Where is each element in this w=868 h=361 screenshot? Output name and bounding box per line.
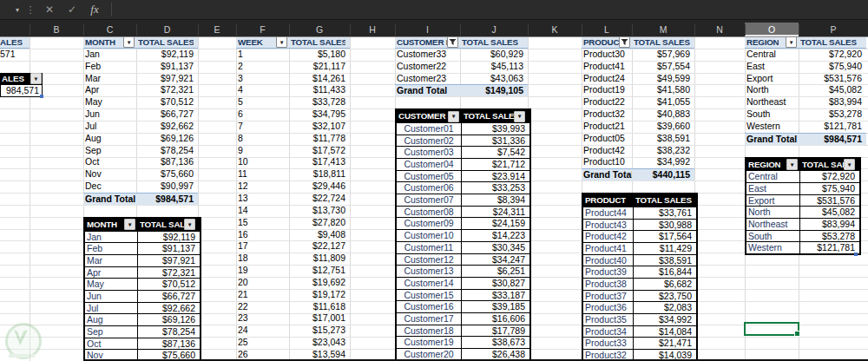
label-cell[interactable]: Feb: [85, 243, 138, 254]
label-cell[interactable]: Export: [745, 73, 799, 85]
dropdown-icon[interactable]: ▾: [786, 36, 797, 48]
label-cell[interactable]: 2: [236, 61, 289, 73]
value-cell[interactable]: TOTAL SALES: [632, 36, 694, 49]
column-header-g[interactable]: G: [289, 23, 350, 36]
label-cell[interactable]: Grand Total: [395, 84, 460, 96]
label-cell[interactable]: 5: [236, 96, 289, 108]
value-cell[interactable]: $6,251: [462, 266, 529, 277]
value-cell[interactable]: $87,136: [138, 338, 200, 350]
label-cell[interactable]: Product05: [582, 133, 632, 145]
value-cell[interactable]: $60,929: [460, 49, 528, 61]
name-box[interactable]: ▾: [0, 0, 23, 19]
value-cell[interactable]: $43,063: [460, 73, 528, 85]
value-cell[interactable]: $34,795: [289, 108, 350, 121]
label-cell[interactable]: Grand Total: [582, 168, 632, 180]
label-cell[interactable]: Product42: [583, 231, 634, 242]
value-cell[interactable]: $57,554: [632, 61, 694, 73]
label-cell[interactable]: 13: [236, 193, 289, 205]
value-cell[interactable]: $149,105: [460, 84, 528, 96]
value-cell[interactable]: $17,001: [289, 312, 350, 325]
value-cell[interactable]: $22,127: [289, 240, 350, 253]
value-cell[interactable]: $440,115: [632, 168, 694, 180]
value-cell[interactable]: $41,580: [632, 84, 694, 96]
dropdown-icon[interactable]: ▾: [124, 219, 135, 230]
value-cell[interactable]: $92,119: [136, 49, 198, 61]
value-cell[interactable]: TOTAL SALES▾: [462, 110, 529, 122]
value-cell[interactable]: $97,921: [136, 73, 198, 85]
name-box-dropdown-icon[interactable]: ▾: [16, 6, 23, 14]
label-cell[interactable]: Product22: [582, 96, 632, 108]
column-header-n[interactable]: N: [694, 23, 745, 36]
label-cell[interactable]: Product32: [582, 108, 632, 121]
value-cell[interactable]: $531,576: [799, 73, 866, 85]
value-cell[interactable]: $17,413: [289, 156, 350, 168]
label-cell[interactable]: Product21: [582, 121, 632, 133]
value-cell[interactable]: $5,180: [289, 49, 350, 61]
cancel-button[interactable]: ✕: [38, 3, 61, 16]
value-cell[interactable]: $16,844: [634, 266, 696, 278]
value-cell[interactable]: $83,994: [800, 219, 859, 230]
label-cell[interactable]: Customer10: [397, 230, 462, 241]
value-cell[interactable]: $39,660: [632, 121, 694, 133]
label-cell[interactable]: MONTH▾: [83, 36, 136, 49]
value-cell[interactable]: TOTAL SALES: [460, 36, 528, 49]
label-cell[interactable]: Western: [746, 242, 800, 253]
value-cell[interactable]: $38,232: [632, 145, 694, 157]
partial-pivot-header-a[interactable]: ALES: [0, 36, 30, 49]
value-cell[interactable]: $66,727: [136, 108, 198, 121]
value-cell[interactable]: $41,055: [632, 96, 694, 108]
value-cell[interactable]: $69,126: [138, 314, 200, 325]
label-cell[interactable]: Export: [746, 195, 800, 207]
value-cell[interactable]: $66,727: [138, 291, 200, 302]
value-cell[interactable]: $121,781: [799, 121, 866, 133]
label-cell[interactable]: 10: [236, 156, 289, 168]
value-cell[interactable]: $34,992: [634, 314, 696, 325]
value-cell[interactable]: $38,673: [462, 337, 529, 348]
value-cell[interactable]: $21,117: [289, 61, 350, 73]
label-cell[interactable]: Western: [745, 121, 799, 133]
label-cell[interactable]: Sep: [83, 145, 136, 157]
value-cell[interactable]: $90,997: [136, 180, 198, 193]
value-cell[interactable]: $92,119: [138, 232, 200, 243]
value-cell[interactable]: $531,576: [800, 195, 859, 207]
value-cell[interactable]: $27,820: [289, 217, 350, 229]
label-cell[interactable]: Customer02: [397, 135, 462, 147]
label-cell[interactable]: Customer05: [397, 171, 462, 182]
value-cell[interactable]: $14,084: [634, 326, 696, 338]
label-cell[interactable]: MONTH▾: [85, 219, 138, 231]
value-cell[interactable]: $75,940: [799, 61, 866, 73]
label-cell[interactable]: North: [745, 84, 799, 96]
label-cell[interactable]: 19: [236, 265, 289, 277]
column-header-i[interactable]: I: [395, 23, 460, 36]
value-cell[interactable]: $45,082: [800, 207, 859, 218]
dropdown-icon[interactable]: ▾: [514, 111, 525, 122]
dropdown-icon[interactable]: ▾: [844, 159, 855, 170]
label-cell[interactable]: Customer18: [397, 325, 462, 337]
label-cell[interactable]: South: [745, 108, 799, 121]
fill-handle[interactable]: [40, 95, 43, 98]
value-cell[interactable]: $21,471: [634, 338, 696, 349]
value-cell[interactable]: $7,542: [462, 147, 529, 158]
label-cell[interactable]: Jun: [85, 291, 138, 302]
value-cell[interactable]: $92,662: [136, 121, 198, 133]
value-cell[interactable]: $29,446: [289, 180, 350, 193]
value-cell[interactable]: $17,564: [634, 231, 696, 242]
value-cell[interactable]: $33,761: [634, 207, 696, 219]
label-cell[interactable]: 9: [236, 145, 289, 157]
value-cell[interactable]: $19,172: [289, 289, 350, 301]
value-cell[interactable]: $16,606: [462, 313, 529, 325]
label-cell[interactable]: CUSTOMER ID: [395, 36, 460, 49]
label-cell[interactable]: Jul: [83, 121, 136, 133]
value-cell[interactable]: $69,126: [136, 133, 198, 145]
label-cell[interactable]: 23: [236, 312, 289, 325]
value-cell[interactable]: $23,750: [634, 291, 696, 302]
label-cell[interactable]: Oct: [85, 338, 138, 350]
dropdown-icon[interactable]: ▾: [123, 36, 135, 48]
column-header-b[interactable]: B: [30, 23, 83, 36]
label-cell[interactable]: Feb: [83, 61, 136, 73]
value-cell[interactable]: $39,185: [462, 301, 529, 312]
dropdown-icon[interactable]: ▾: [276, 36, 287, 48]
label-cell[interactable]: North: [746, 207, 800, 218]
value-cell[interactable]: $14,223: [462, 230, 529, 241]
value-cell[interactable]: $17,789: [462, 325, 529, 337]
